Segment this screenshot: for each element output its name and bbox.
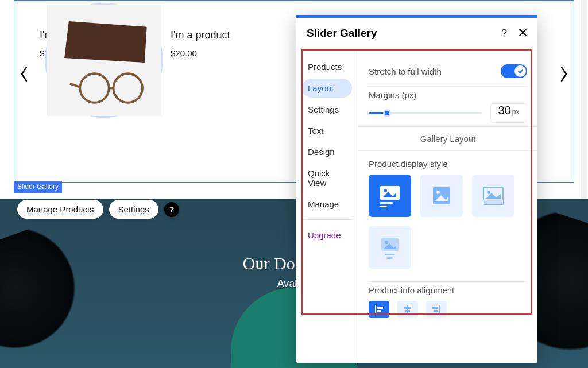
svg-point-11 bbox=[436, 191, 440, 194]
display-style-label: Product display style bbox=[369, 159, 527, 169]
svg-rect-21 bbox=[377, 310, 381, 312]
info-alignment-label: Product info alignment bbox=[369, 285, 527, 295]
svg-rect-22 bbox=[407, 305, 408, 314]
side-tab-design[interactable]: Design bbox=[302, 142, 352, 161]
align-right-option[interactable] bbox=[426, 301, 447, 318]
margins-value: 30 bbox=[498, 104, 511, 117]
svg-point-7 bbox=[384, 189, 387, 192]
svg-rect-8 bbox=[380, 202, 393, 204]
panel-content: Stretch to full width Margins (px) 30 bbox=[358, 49, 537, 363]
product-image bbox=[45, 3, 163, 118]
editor-stage: I'm a product $85.00 I'm a product $20.0… bbox=[0, 0, 588, 368]
svg-rect-18 bbox=[387, 257, 393, 259]
svg-rect-27 bbox=[434, 310, 438, 312]
panel-side-nav: Products Layout Settings Text Design Qui… bbox=[296, 49, 358, 363]
side-upgrade-link[interactable]: Upgrade bbox=[302, 226, 352, 245]
svg-rect-26 bbox=[432, 307, 438, 309]
svg-point-16 bbox=[385, 241, 388, 244]
gallery-prev-arrow[interactable] bbox=[18, 63, 30, 86]
svg-rect-25 bbox=[439, 305, 440, 314]
check-icon bbox=[514, 65, 526, 77]
svg-rect-14 bbox=[483, 200, 503, 204]
svg-point-13 bbox=[487, 191, 490, 194]
margins-value-box[interactable]: 30 px bbox=[490, 103, 527, 123]
align-center-option[interactable] bbox=[397, 301, 418, 318]
svg-rect-17 bbox=[385, 254, 395, 255]
svg-rect-6 bbox=[380, 186, 400, 200]
selection-tag: Slider Gallery bbox=[14, 181, 62, 193]
panel-header: Slider Gallery ? bbox=[296, 18, 537, 49]
settings-button[interactable]: Settings bbox=[109, 200, 158, 219]
side-tab-text[interactable]: Text bbox=[302, 121, 352, 140]
panel-close-icon[interactable] bbox=[519, 28, 527, 40]
side-tab-manage[interactable]: Manage bbox=[302, 195, 352, 214]
gallery-next-arrow[interactable] bbox=[558, 63, 570, 86]
margins-slider[interactable] bbox=[369, 107, 482, 119]
margins-unit: px bbox=[512, 108, 520, 116]
margins-label: Margins (px) bbox=[369, 90, 527, 100]
align-left-option[interactable] bbox=[369, 301, 389, 318]
side-tab-layout[interactable]: Layout bbox=[302, 79, 352, 98]
panel-help-icon[interactable]: ? bbox=[501, 28, 507, 40]
display-style-options bbox=[369, 175, 527, 269]
stretch-toggle[interactable] bbox=[501, 64, 527, 78]
product-name: I'm a product bbox=[171, 29, 289, 41]
manage-products-button[interactable]: Manage Products bbox=[17, 200, 103, 219]
svg-rect-23 bbox=[404, 307, 411, 309]
gallery-layout-section-title: Gallery Layout bbox=[358, 126, 537, 151]
display-style-option-4[interactable] bbox=[369, 226, 411, 269]
help-icon[interactable]: ? bbox=[164, 202, 179, 217]
info-alignment-options bbox=[369, 301, 527, 318]
side-tab-products[interactable]: Products bbox=[302, 57, 352, 76]
product-price: $20.00 bbox=[171, 48, 289, 58]
side-tab-quick-view[interactable]: Quick View bbox=[302, 164, 352, 192]
display-style-option-1[interactable] bbox=[369, 175, 411, 217]
svg-rect-20 bbox=[377, 307, 383, 309]
settings-panel: Slider Gallery ? Products Layout Setting… bbox=[296, 15, 537, 363]
side-tab-settings[interactable]: Settings bbox=[302, 100, 352, 119]
display-style-option-2[interactable] bbox=[420, 175, 463, 217]
svg-rect-9 bbox=[380, 206, 387, 207]
stretch-label: Stretch to full width bbox=[369, 67, 442, 76]
svg-rect-19 bbox=[375, 305, 376, 314]
selection-actions: Manage Products Settings ? bbox=[17, 200, 179, 219]
product-card[interactable]: I'm a product $20.00 bbox=[171, 16, 289, 58]
panel-title: Slider Gallery bbox=[307, 27, 377, 40]
svg-rect-24 bbox=[405, 310, 410, 312]
display-style-option-3[interactable] bbox=[472, 175, 514, 217]
